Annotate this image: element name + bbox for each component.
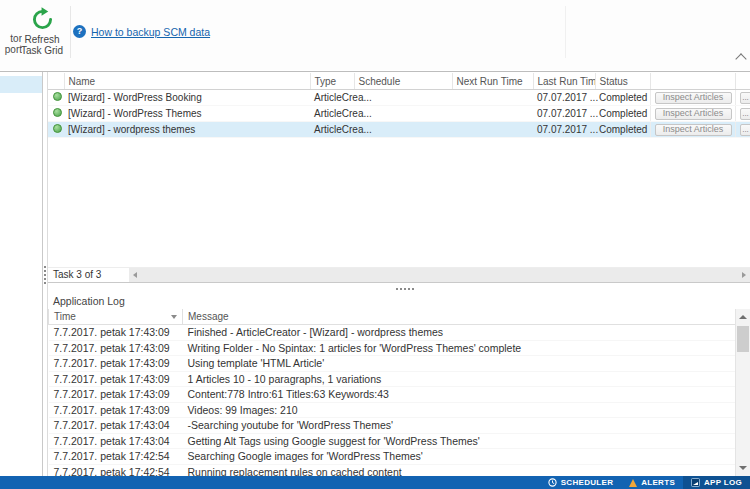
task-grid-header-row: Name Type Schedule Next Run Time Last Ru…	[48, 73, 750, 90]
log-message-cell: -Searching youtube for 'WordPress Themes…	[183, 418, 736, 434]
column-header-status-icon	[48, 73, 64, 90]
column-header-last-run-time[interactable]: Last Run Time	[533, 73, 595, 90]
application-log-table: Time Message 7.7.2017. petak 17:43:09Fin…	[48, 309, 735, 476]
task-last-run-cell: 07.07.2017 ...	[533, 122, 595, 138]
log-row[interactable]: 7.7.2017. petak 17:43:09Using template '…	[49, 356, 736, 372]
inspect-articles-button[interactable]: Inspect Articles	[655, 92, 732, 104]
time-filter-dropdown-icon[interactable]	[171, 315, 177, 319]
refresh-button-label-line1: Refresh	[24, 34, 59, 45]
log-row[interactable]: 7.7.2017. petak 17:43:04-Searching youtu…	[49, 418, 736, 434]
green-status-dot-icon	[53, 108, 62, 117]
more-actions-button[interactable]: ...	[740, 108, 750, 120]
task-name-cell: [Wizard] - WordPress Booking	[64, 90, 310, 106]
task-grid-pager: Task 3 of 3	[48, 267, 750, 283]
task-next-run-cell	[452, 122, 533, 138]
log-message-cell: Content:778 Intro:61 Titles:63 Keywords:…	[183, 387, 736, 403]
task-status-icon-cell	[48, 90, 64, 106]
task-action-cell: Inspect Articles	[650, 122, 735, 138]
statusbar-alerts-tab[interactable]: ALERTS	[621, 476, 683, 489]
application-log-body: 7.7.2017. petak 17:43:09Finished - Artic…	[49, 325, 736, 477]
log-row[interactable]: 7.7.2017. petak 17:43:04Getting Alt Tags…	[49, 433, 736, 449]
status-bar: SCHEDULER ALERTS APP LOG	[0, 476, 750, 489]
scroll-down-arrow-icon[interactable]	[736, 461, 750, 475]
log-time-cell: 7.7.2017. petak 17:43:09	[49, 371, 183, 387]
time-column-label: Time	[54, 311, 76, 322]
task-grid: Name Type Schedule Next Run Time Last Ru…	[48, 73, 750, 138]
statusbar-app-log-tab[interactable]: APP LOG	[683, 476, 750, 489]
task-more-cell: ...	[735, 90, 750, 106]
log-message-cell: Writing Folder - No Spintax: 1 articles …	[183, 340, 736, 356]
sidebar-selected-item[interactable]	[0, 76, 42, 93]
inspect-articles-button[interactable]: Inspect Articles	[655, 124, 732, 136]
task-row[interactable]: [Wizard] - WordPress ThemesArticleCrea..…	[48, 106, 750, 122]
log-row[interactable]: 7.7.2017. petak 17:43:09Videos: 99 Image…	[49, 402, 736, 418]
vertical-splitter-grip-icon[interactable]	[44, 266, 46, 268]
application-log-panel: Time Message 7.7.2017. petak 17:43:09Fin…	[48, 309, 735, 476]
alert-triangle-icon	[629, 479, 637, 487]
statusbar-scheduler-label: SCHEDULER	[561, 478, 613, 487]
column-header-status[interactable]: Status	[595, 73, 650, 90]
task-status-cell: Completed	[595, 106, 650, 122]
task-name-cell: [Wizard] - WordPress Themes	[64, 106, 310, 122]
task-status-cell: Completed	[595, 122, 650, 138]
task-action-cell: Inspect Articles	[650, 106, 735, 122]
log-time-cell: 7.7.2017. petak 17:43:09	[49, 402, 183, 418]
scroll-left-arrow-icon[interactable]	[133, 272, 137, 278]
scroll-up-arrow-icon[interactable]	[736, 310, 750, 324]
column-header-name[interactable]: Name	[64, 73, 310, 90]
task-type-cell: ArticleCrea...	[310, 90, 354, 106]
inspect-articles-button[interactable]: Inspect Articles	[655, 108, 732, 120]
column-header-schedule[interactable]: Schedule	[354, 73, 452, 90]
task-more-cell: ...	[735, 122, 750, 138]
column-header-time[interactable]: Time	[49, 309, 183, 325]
task-row[interactable]: [Wizard] - wordpress themesArticleCrea..…	[48, 122, 750, 138]
column-header-message[interactable]: Message	[183, 309, 736, 325]
log-header-row: Time Message	[49, 309, 736, 325]
log-row[interactable]: 7.7.2017. petak 17:43:091 Articles 10 - …	[49, 371, 736, 387]
log-vertical-scrollbar[interactable]	[735, 309, 750, 476]
refresh-task-grid-button[interactable]: Refresh Task Grid	[16, 5, 68, 65]
task-grid-horizontal-scrollbar[interactable]	[129, 268, 750, 282]
log-row[interactable]: 7.7.2017. petak 17:43:09Content:778 Intr…	[49, 387, 736, 403]
log-time-cell: 7.7.2017. petak 17:43:09	[49, 387, 183, 403]
log-row[interactable]: 7.7.2017. petak 17:42:54Searching Google…	[49, 449, 736, 465]
horizontal-splitter[interactable]	[48, 284, 750, 294]
log-row[interactable]: 7.7.2017. petak 17:43:09Finished - Artic…	[49, 325, 736, 341]
statusbar-app-log-label: APP LOG	[704, 478, 742, 487]
task-action-cell: Inspect Articles	[650, 90, 735, 106]
column-header-type[interactable]: Type	[310, 73, 354, 90]
statusbar-alerts-label: ALERTS	[641, 478, 675, 487]
log-time-cell: 7.7.2017. petak 17:43:04	[49, 418, 183, 434]
green-status-dot-icon	[53, 92, 62, 101]
statusbar-scheduler-tab[interactable]: SCHEDULER	[540, 476, 621, 489]
ribbon-toolbar: tor port Refresh Task Grid ? How to back…	[0, 0, 750, 70]
ribbon-collapse-chevron-icon[interactable]	[735, 53, 746, 64]
log-message-cell: Using template 'HTML Article'	[183, 356, 736, 372]
more-actions-button[interactable]: ...	[740, 124, 750, 136]
log-row[interactable]: 7.7.2017. petak 17:42:54Running replacem…	[49, 464, 736, 476]
task-grid-body: [Wizard] - WordPress BookingArticleCrea.…	[48, 90, 750, 138]
task-name-cell: [Wizard] - wordpress themes	[64, 122, 310, 138]
log-row[interactable]: 7.7.2017. petak 17:43:09Writing Folder -…	[49, 340, 736, 356]
task-status-icon-cell	[48, 122, 64, 138]
task-row[interactable]: [Wizard] - WordPress BookingArticleCrea.…	[48, 90, 750, 106]
application-log-title: Application Log	[53, 295, 125, 307]
column-header-next-run-time[interactable]: Next Run Time	[452, 73, 533, 90]
help-icon[interactable]: ?	[73, 25, 86, 38]
column-header-more	[735, 73, 750, 90]
log-time-cell: 7.7.2017. petak 17:43:04	[49, 433, 183, 449]
task-type-cell: ArticleCrea...	[310, 122, 354, 138]
log-time-cell: 7.7.2017. petak 17:43:09	[49, 356, 183, 372]
app-window: tor port Refresh Task Grid ? How to back…	[0, 0, 750, 489]
clock-icon	[548, 478, 557, 487]
task-status-cell: Completed	[595, 90, 650, 106]
scroll-right-arrow-icon[interactable]	[742, 272, 746, 278]
scrollbar-thumb[interactable]	[737, 326, 749, 352]
task-last-run-cell: 07.07.2017 ...	[533, 90, 595, 106]
toolbar-divider	[0, 71, 750, 72]
refresh-icon	[30, 7, 55, 32]
backup-help-link[interactable]: How to backup SCM data	[91, 26, 210, 38]
more-actions-button[interactable]: ...	[740, 92, 750, 104]
task-next-run-cell	[452, 106, 533, 122]
toolbar-separator	[565, 6, 566, 58]
